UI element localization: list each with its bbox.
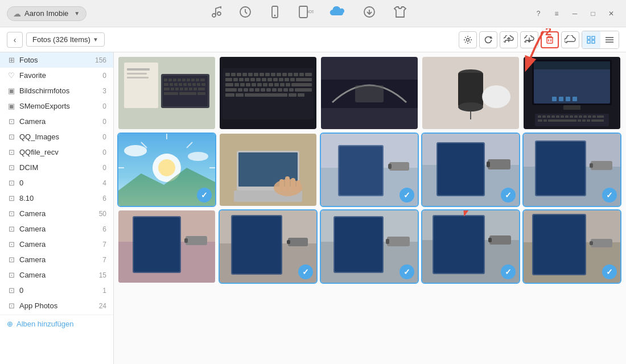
eight-ten-icon: ⊡ [7,194,16,202]
svg-rect-53 [193,88,197,90]
svg-rect-94 [263,83,267,86]
sidebar-item-camera1[interactable]: ⊡ Camera 0 [0,114,113,129]
phone-icon[interactable] [268,5,282,22]
photo-cell[interactable] [220,134,316,206]
svg-rect-175 [285,176,290,191]
svg-rect-80 [256,78,261,81]
sidebar-item-favorite[interactable]: ♡ Favorite 0 [0,68,113,83]
photo-cell[interactable]: ✓ [220,210,316,283]
list-view-button[interactable] [600,31,619,48]
album-selector[interactable]: Fotos (326 Items) ▼ [26,32,105,47]
camera3-label: Camera [19,225,99,233]
sidebar-item-camera2[interactable]: ⊡ Camera 50 [0,206,113,221]
photo-cell[interactable] [118,57,215,129]
photo-cell[interactable] [118,210,215,283]
sidebar-item-camera6[interactable]: ⊡ Camera 15 [0,267,113,283]
user-button[interactable]: ☁ Aaron Imobie ▼ [7,6,87,21]
photo-cell[interactable]: ✓ [422,134,519,206]
sidebar-item-fotos[interactable]: ⊞ Fotos 156 [0,52,113,68]
photo-cell[interactable] [422,57,519,129]
sidebar-item-dcim[interactable]: ⊡ DCIM 0 [0,160,113,175]
photo-cell[interactable] [321,57,418,129]
sidebar-item-zero2[interactable]: ⊡ 0 1 [0,283,113,298]
zero2-count: 1 [102,287,106,295]
svg-rect-66 [260,73,264,76]
svg-rect-97 [280,83,285,86]
settings-button[interactable] [459,31,477,48]
music-icon[interactable] [209,5,223,22]
photo-cell[interactable]: ✓ 1 [422,210,519,283]
camera1-icon: ⊡ [7,117,16,126]
download-icon[interactable] [363,5,376,22]
sidebar-item-zero1[interactable]: ⊡ 0 4 [0,175,113,191]
photo-cell[interactable] [524,57,620,129]
sidebar-item-bildschirmfotos[interactable]: ▣ Bildschirmfotos 3 [0,83,113,98]
view-toggle [582,31,619,49]
photo-cell[interactable]: ✓ [524,210,620,283]
svg-rect-102 [244,88,248,92]
upload-cloud-button[interactable] [500,31,518,48]
svg-rect-129 [534,61,610,69]
add-album-button[interactable]: ⊕ Alben hinzufügen [0,315,113,333]
sidebar-item-qq-images[interactable]: ⊡ QQ_Images 0 [0,129,113,144]
refresh-button[interactable] [479,31,497,48]
delete-button[interactable] [541,31,559,48]
qq-images-count: 0 [102,133,106,141]
photo-cell[interactable]: ✓ [321,210,418,283]
photo-cell[interactable]: ✓ [321,134,418,206]
sidebar-item-smemoexports[interactable]: ▣ SMemoExports 0 [0,98,113,114]
tshirt-icon[interactable] [392,5,408,22]
sidebar-item-camera5[interactable]: ⊡ Camera 7 [0,252,113,267]
svg-rect-225 [591,239,612,247]
svg-rect-212 [387,237,410,246]
sidebar: ⊞ Fotos 156 ♡ Favorite 0 ▣ Bildschirmfot… [0,52,114,364]
back-button[interactable]: ‹ [7,32,23,48]
favorite-icon: ♡ [7,71,16,80]
camera6-label: Camera [19,271,96,279]
svg-point-124 [482,85,510,108]
photo-cell[interactable]: ✓ [118,134,215,206]
svg-rect-81 [262,78,266,81]
minimize-button[interactable]: ─ [567,7,583,20]
svg-rect-83 [273,78,278,81]
album-label: Fotos (326 Items) [32,35,90,44]
svg-rect-26 [127,77,149,78]
help-button[interactable]: ? [530,7,546,20]
sidebar-item-qqfile-recv[interactable]: ⊡ QQfile_recv 0 [0,144,113,160]
svg-rect-40 [174,83,178,86]
photo-cell[interactable] [220,57,316,129]
svg-rect-39 [170,83,173,86]
maximize-button[interactable]: □ [585,7,601,20]
svg-rect-89 [234,83,239,86]
svg-rect-44 [192,83,196,86]
svg-rect-193 [536,142,585,195]
download-cloud-button[interactable] [520,31,538,48]
sidebar-item-camera3[interactable]: ⊡ Camera 6 [0,221,113,237]
menu-button[interactable]: ≡ [549,7,565,20]
clock-icon[interactable] [238,5,252,22]
svg-rect-79 [250,78,255,81]
svg-rect-64 [248,73,253,76]
photo-cell[interactable]: ✓ [524,134,620,206]
icloud-nav-icon[interactable] [330,5,347,22]
svg-point-161 [188,152,208,161]
svg-rect-25 [127,73,147,75]
svg-rect-56 [179,92,196,95]
icloud-button[interactable] [561,31,579,48]
zero1-label: 0 [19,179,99,187]
ios-icon[interactable]: iOS [298,5,314,22]
svg-rect-54 [198,88,205,90]
svg-rect-150 [538,119,542,122]
sidebar-item-camera4[interactable]: ⊡ Camera 7 [0,237,113,252]
svg-rect-114 [245,93,287,97]
svg-point-1 [217,12,221,15]
svg-rect-133 [573,97,577,101]
close-button[interactable]: ✕ [603,7,619,20]
svg-rect-75 [225,78,232,81]
svg-rect-95 [269,83,273,86]
sidebar-item-app-photos[interactable]: ⊡ App Photos 24 [0,298,113,313]
svg-rect-152 [548,119,576,122]
sidebar-item-eight-ten[interactable]: ⊡ 8.10 6 [0,191,113,206]
zero1-icon: ⊡ [7,179,16,187]
grid-view-button[interactable] [582,31,600,48]
